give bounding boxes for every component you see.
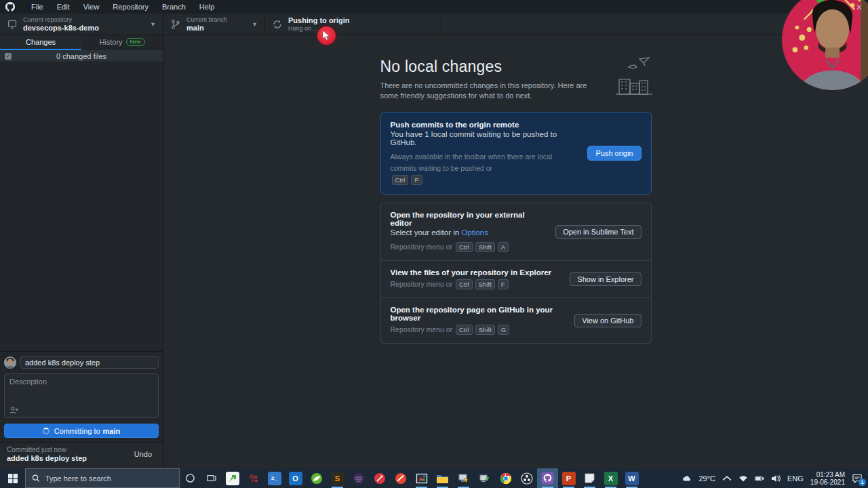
show-in-explorer-button[interactable]: Show in Explorer	[570, 272, 641, 286]
purple-app-button[interactable]	[348, 468, 369, 488]
sync-spinner-icon	[272, 19, 283, 30]
menu-file[interactable]: File	[24, 0, 50, 14]
excel-button[interactable]: X	[600, 468, 621, 488]
current-repository-label: Current repository	[23, 16, 147, 24]
obs-button[interactable]	[516, 468, 537, 488]
chevron-down-icon: ▼	[252, 21, 258, 28]
card-description: You have 1 local commit waiting to be pu…	[391, 130, 580, 146]
key-f: F	[498, 279, 509, 289]
remote-desktop-icon	[458, 472, 470, 485]
push-to-origin-button[interactable]: Pushing to origin Hang on…	[265, 14, 441, 35]
powershell-icon: ≥_	[268, 472, 281, 485]
add-coauthor-icon[interactable]	[9, 406, 19, 414]
sticky-notes-button[interactable]	[579, 468, 600, 488]
start-button[interactable]	[0, 468, 25, 488]
temperature-label[interactable]: 29°C	[698, 474, 715, 483]
menu-branch[interactable]: Branch	[155, 0, 193, 14]
menu-view[interactable]: View	[77, 0, 106, 14]
menu-help[interactable]: Help	[193, 0, 222, 14]
word-button[interactable]: W	[621, 468, 642, 488]
red-app-button[interactable]	[243, 468, 264, 488]
file-explorer-button[interactable]	[432, 468, 453, 488]
orange-app-button[interactable]	[390, 468, 411, 488]
card-description: Select your editor in	[391, 228, 460, 237]
changed-files-row: ✓ 0 changed files	[0, 50, 163, 62]
task-view-button[interactable]	[201, 468, 222, 488]
powershell-button[interactable]: ≥_	[264, 468, 285, 488]
push-origin-button[interactable]: Push origin	[587, 146, 641, 161]
tab-history[interactable]: History New	[81, 35, 163, 50]
red-tool-app-button[interactable]	[369, 468, 390, 488]
committed-status: Committed just now	[7, 446, 130, 453]
page-title: No local changes	[380, 58, 604, 76]
select-all-checkbox[interactable]: ✓	[5, 53, 12, 60]
new-badge: New	[126, 38, 145, 46]
close-icon[interactable]: ✕	[856, 3, 863, 12]
outlook-button[interactable]: O	[285, 468, 306, 488]
commit-description-input[interactable]	[5, 374, 158, 404]
weather-cloud-icon[interactable]	[682, 474, 692, 483]
notification-center-button[interactable]: 1	[852, 474, 863, 483]
powerpoint-icon: P	[562, 472, 576, 485]
chevron-down-icon: ▼	[150, 21, 156, 28]
orange-slash-app-icon	[395, 472, 407, 485]
card-hint: Repository menu or	[391, 325, 453, 333]
remote-desktop-button[interactable]	[453, 468, 474, 488]
commit-form: Committing to main	[0, 351, 163, 442]
repository-icon	[7, 19, 18, 30]
committing-label: Committing to	[54, 427, 100, 435]
show-in-explorer-card: View the files of your repository in Exp…	[381, 260, 651, 298]
card-title: View the files of your repository in Exp…	[391, 268, 562, 277]
tray-expand-chevron-icon[interactable]	[722, 474, 732, 483]
tab-changes[interactable]: Changes	[0, 35, 81, 50]
screenshot-app-button[interactable]	[411, 468, 432, 488]
outlook-icon: O	[289, 472, 302, 485]
committing-button[interactable]: Committing to main	[4, 424, 159, 438]
open-editor-card: Open the repository in your external edi…	[381, 203, 651, 260]
taskbar-search[interactable]	[25, 468, 180, 488]
tab-changes-label: Changes	[26, 38, 56, 46]
key-p: P	[411, 175, 422, 185]
key-ctrl: Ctrl	[456, 279, 473, 289]
volume-icon[interactable]	[771, 474, 781, 483]
spring-tools-button[interactable]	[306, 468, 327, 488]
file-explorer-icon	[436, 473, 449, 484]
sublime-text-button[interactable]: S	[327, 468, 348, 488]
search-input[interactable]	[45, 474, 173, 483]
current-repository-button[interactable]: Current repository devsecops-k8s-demo ▼	[0, 14, 163, 35]
changes-sidebar: Changes History New ✓ 0 changed files	[0, 35, 163, 468]
options-link[interactable]: Options	[461, 228, 488, 237]
menu-repository[interactable]: Repository	[106, 0, 155, 14]
wifi-icon[interactable]	[738, 474, 748, 483]
key-shift: Shift	[475, 242, 495, 252]
language-indicator[interactable]: ENG	[787, 474, 804, 483]
current-branch-button[interactable]: Current branch main ▼	[163, 14, 265, 35]
main-panel: No local changes There are no uncommitte…	[163, 35, 868, 468]
file-list-empty	[0, 62, 163, 351]
search-icon	[32, 474, 40, 483]
push-status-subtitle: Hang on…	[288, 25, 434, 33]
title-bar: File Edit View Repository Branch Help	[0, 0, 868, 14]
system-tool-button[interactable]	[474, 468, 495, 488]
undo-button[interactable]: Undo	[130, 449, 156, 460]
clock-time: 01:23 AM	[810, 471, 845, 479]
chrome-button[interactable]	[495, 468, 516, 488]
changed-files-count: 0 changed files	[56, 52, 106, 60]
greenshot-button[interactable]	[222, 468, 243, 488]
key-ctrl: Ctrl	[456, 242, 473, 252]
cortana-button[interactable]	[180, 468, 201, 488]
powerpoint-button[interactable]: P	[558, 468, 579, 488]
open-in-sublime-button[interactable]: Open in Sublime Text	[555, 225, 641, 239]
github-logo-icon	[5, 2, 15, 12]
menu-edit[interactable]: Edit	[50, 0, 77, 14]
battery-icon[interactable]	[755, 474, 764, 483]
cortana-icon	[185, 473, 195, 483]
github-desktop-button[interactable]	[537, 468, 558, 488]
commit-summary-input[interactable]	[20, 356, 159, 369]
key-shift: Shift	[475, 325, 495, 335]
avatar	[4, 357, 16, 369]
paper-plane-city-illustration	[612, 56, 654, 96]
view-on-github-button[interactable]: View on GitHub	[574, 314, 641, 327]
card-hint: Repository menu or	[391, 280, 453, 288]
taskbar-clock[interactable]: 01:23 AM 19-06-2021	[810, 471, 845, 486]
